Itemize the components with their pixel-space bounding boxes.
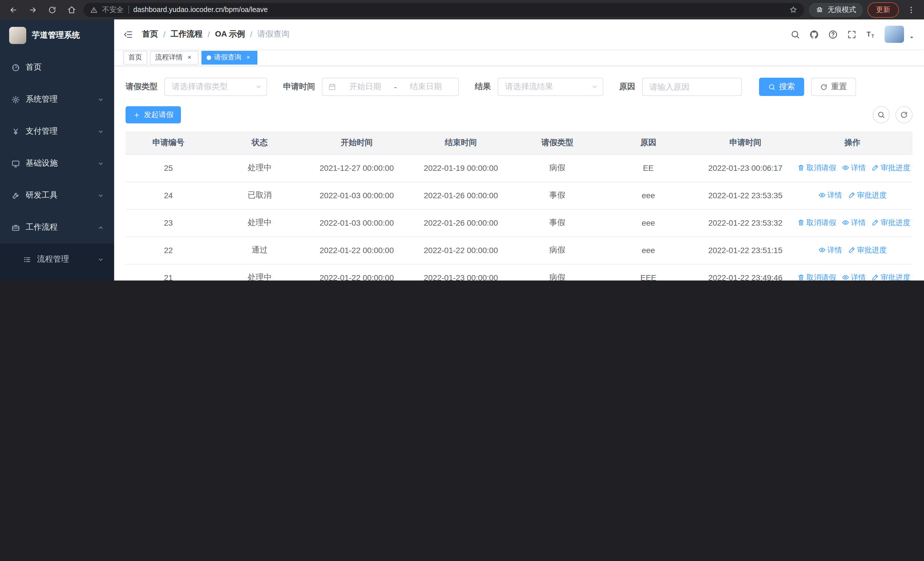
edit-icon [848, 247, 855, 254]
action-detail[interactable]: 详情 [842, 163, 866, 173]
tab-close-icon[interactable]: × [244, 53, 252, 62]
tab-home[interactable]: 首页 [123, 51, 147, 64]
action-detail[interactable]: 详情 [818, 245, 842, 256]
sidebar-collapse-icon[interactable] [123, 29, 133, 39]
toggle-search-button[interactable] [873, 106, 890, 123]
briefcase-icon [11, 223, 20, 232]
action-detail[interactable]: 详情 [842, 218, 866, 228]
action-cancel[interactable]: 取消请假 [797, 163, 836, 173]
leave-type-select[interactable]: 请选择请假类型 [164, 78, 267, 96]
not-secure-label: 不安全 [102, 5, 123, 15]
svg-text:T: T [867, 30, 871, 38]
sidebar-item-system[interactable]: 系统管理 [0, 83, 114, 116]
chevron-down-icon [591, 83, 598, 90]
sidebar-item-task-mgmt[interactable]: 任务管理 [0, 275, 114, 281]
breadcrumb-item[interactable]: 工作流程 [171, 29, 202, 39]
tab-close-icon[interactable]: × [186, 53, 194, 62]
cell-actions: 取消请假详情审批进度 [792, 264, 913, 281]
user-avatar[interactable] [885, 26, 904, 43]
cell-end: 2022-01-22 00:00:00 [405, 236, 516, 264]
cell-applied: 2022-01-22 23:51:15 [699, 236, 792, 264]
trash-icon [797, 219, 805, 227]
browser-forward-icon[interactable] [25, 2, 40, 17]
cell-end: 2022-01-26 00:00:00 [405, 182, 516, 209]
column-header: 结束时间 [405, 131, 516, 154]
column-header: 申请时间 [699, 131, 792, 154]
svg-text:T: T [872, 33, 874, 38]
cell-type: 病假 [516, 264, 598, 281]
action-cancel[interactable]: 取消请假 [797, 272, 836, 281]
search-button[interactable]: 搜索 [759, 78, 804, 96]
action-progress[interactable]: 审批进度 [872, 218, 910, 228]
action-label: 详情 [827, 245, 842, 256]
chevron-down-icon [98, 128, 104, 135]
breadcrumb-separator: / [250, 30, 252, 39]
action-label: 审批进度 [857, 190, 886, 200]
sidebar-item-label: 研发工具 [26, 190, 58, 200]
sidebar-item-process-mgmt[interactable]: 流程管理 [0, 244, 114, 275]
action-label: 审批进度 [880, 163, 910, 173]
sidebar-item-infra[interactable]: 基础设施 [0, 147, 114, 179]
cell-actions: 详情审批进度 [792, 182, 913, 209]
tab-process-detail[interactable]: 流程详情× [150, 51, 199, 64]
github-icon[interactable] [809, 29, 819, 39]
font-size-icon[interactable]: TT [866, 29, 876, 39]
action-progress[interactable]: 审批进度 [872, 163, 910, 173]
tab-active-dot [207, 55, 211, 60]
browser-menu-icon[interactable] [903, 2, 918, 17]
fullscreen-icon[interactable] [847, 29, 856, 39]
action-progress[interactable]: 审批进度 [848, 245, 886, 256]
browser-back-icon[interactable] [6, 2, 21, 17]
avatar-caret-icon[interactable] [909, 34, 915, 41]
table-row: 23处理中2022-01-03 00:00:002022-01-26 00:00… [126, 209, 913, 236]
help-icon[interactable] [828, 29, 838, 39]
column-header: 申请编号 [126, 131, 211, 154]
bookmark-star-icon[interactable] [789, 6, 797, 14]
refresh-table-button[interactable] [896, 106, 913, 123]
address-bar[interactable]: 不安全 dashboard.yudao.iocoder.cn/bpm/oa/le… [83, 3, 804, 17]
browser-refresh-icon[interactable] [45, 2, 59, 17]
breadcrumb-item: 请假查询 [257, 29, 290, 39]
browser-home-icon[interactable] [64, 2, 79, 17]
sidebar-item-home[interactable]: 首页 [0, 51, 114, 83]
tabs-bar: 首页流程详情×请假查询× [114, 49, 924, 66]
end-date-placeholder: 结束日期 [399, 82, 453, 92]
cell-applied: 2022-01-23 00:06:17 [699, 154, 792, 182]
app-logo[interactable]: 芋道管理系统 [0, 20, 114, 51]
cell-reason: eee [598, 236, 699, 264]
cell-start: 2022-01-03 00:00:00 [308, 182, 405, 209]
cell-type: 病假 [516, 236, 598, 264]
breadcrumb-item[interactable]: 首页 [142, 29, 158, 39]
cell-applied: 2022-01-22 23:53:35 [699, 182, 792, 209]
action-label: 取消请假 [806, 272, 836, 281]
apply-time-range-picker[interactable]: 开始日期 - 结束日期 [322, 78, 459, 96]
browser-update-button[interactable]: 更新 [867, 2, 899, 17]
calendar-icon [328, 83, 336, 91]
action-progress[interactable]: 审批进度 [848, 190, 886, 200]
result-select[interactable]: 请选择流结果 [498, 78, 603, 96]
action-progress[interactable]: 审批进度 [872, 272, 910, 281]
cell-start: 2022-01-22 00:00:00 [308, 264, 405, 281]
monitor-icon [11, 159, 20, 168]
cell-status: 通过 [211, 236, 308, 264]
column-header: 状态 [211, 131, 308, 154]
action-detail[interactable]: 详情 [818, 190, 842, 200]
action-detail[interactable]: 详情 [842, 272, 866, 281]
sidebar-item-devtools[interactable]: 研发工具 [0, 179, 114, 211]
cell-status: 已取消 [211, 182, 308, 209]
tab-label: 请假查询 [214, 53, 242, 62]
tab-leave-query[interactable]: 请假查询× [201, 51, 257, 64]
breadcrumb-item[interactable]: OA 示例 [215, 29, 245, 39]
breadcrumb-separator: / [163, 30, 165, 39]
incognito-icon [816, 6, 824, 14]
reset-button[interactable]: 重置 [811, 78, 856, 96]
create-leave-button[interactable]: 发起请假 [126, 106, 181, 123]
sidebar-item-payment[interactable]: 支付管理 [0, 116, 114, 147]
cell-status: 处理中 [211, 264, 308, 281]
search-icon[interactable] [790, 29, 800, 39]
reason-input[interactable] [643, 78, 741, 95]
cell-actions: 取消请假详情审批进度 [792, 154, 913, 182]
action-cancel[interactable]: 取消请假 [797, 218, 836, 228]
url-text: dashboard.yudao.iocoder.cn/bpm/oa/leave [133, 6, 268, 14]
sidebar-item-workflow[interactable]: 工作流程 [0, 211, 114, 244]
